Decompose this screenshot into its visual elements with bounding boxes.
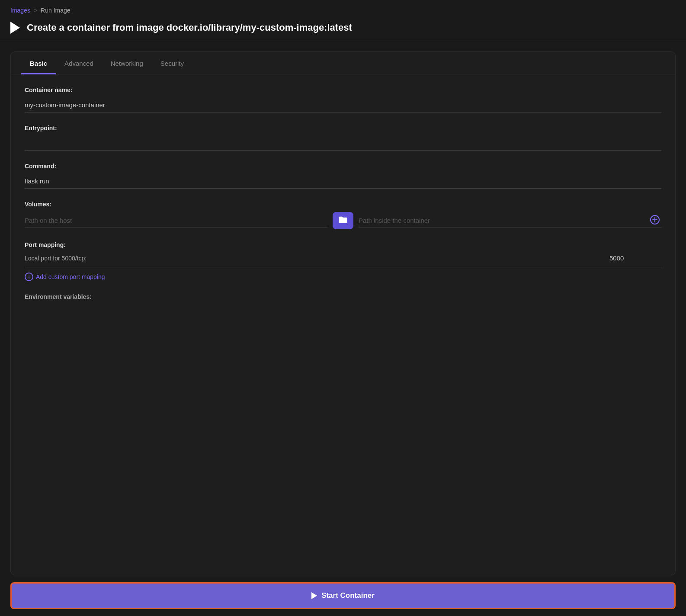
container-name-input[interactable] xyxy=(25,98,661,112)
add-volume-button[interactable] xyxy=(648,215,661,226)
entrypoint-label: Entrypoint: xyxy=(25,125,661,132)
container-name-label: Container name: xyxy=(25,87,661,93)
command-group: Command: xyxy=(25,163,661,189)
start-button-label: Start Container xyxy=(321,591,375,600)
form-area: Container name: Entrypoint: Command: Vol… xyxy=(11,74,675,575)
volume-container-wrap xyxy=(359,213,661,228)
add-port-circle-icon: + xyxy=(25,273,33,281)
entrypoint-group: Entrypoint: xyxy=(25,125,661,151)
main-content: Basic Advanced Networking Security Conta… xyxy=(0,41,686,575)
add-port-link[interactable]: + Add custom port mapping xyxy=(25,273,661,281)
port-local-input[interactable] xyxy=(609,253,661,263)
command-input[interactable] xyxy=(25,174,661,189)
volumes-row xyxy=(25,212,661,229)
breadcrumb-images-link[interactable]: Images xyxy=(10,7,30,14)
volumes-label: Volumes: xyxy=(25,201,661,208)
start-container-button[interactable]: Start Container xyxy=(10,582,676,609)
breadcrumb-separator: > xyxy=(34,7,37,14)
tab-security[interactable]: Security xyxy=(152,52,192,74)
port-row: Local port for 5000/tcp: xyxy=(25,253,661,267)
env-vars-label-partial: Environment variables: xyxy=(25,293,661,300)
breadcrumb-current: Run Image xyxy=(41,7,70,14)
volume-host-input[interactable] xyxy=(25,213,327,228)
command-label: Command: xyxy=(25,163,661,170)
container-name-group: Container name: xyxy=(25,87,661,112)
tab-networking[interactable]: Networking xyxy=(102,52,152,74)
page-header: Create a container from image docker.io/… xyxy=(0,18,686,41)
volumes-group: Volumes: xyxy=(25,201,661,229)
port-local-label: Local port for 5000/tcp: xyxy=(25,255,603,262)
add-port-label: Add custom port mapping xyxy=(36,273,105,280)
entrypoint-input[interactable] xyxy=(25,136,661,151)
header-play-icon xyxy=(10,22,20,34)
breadcrumb: Images > Run Image xyxy=(0,0,686,18)
tab-advanced[interactable]: Advanced xyxy=(56,52,102,74)
port-mapping-label: Port mapping: xyxy=(25,241,661,248)
page-title: Create a container from image docker.io/… xyxy=(27,22,352,33)
folder-browse-button[interactable] xyxy=(333,212,353,229)
form-card: Basic Advanced Networking Security Conta… xyxy=(10,51,676,575)
volume-container-input[interactable] xyxy=(359,213,645,228)
folder-icon xyxy=(338,216,348,226)
bottom-bar: Start Container xyxy=(0,575,686,616)
tab-basic[interactable]: Basic xyxy=(21,52,56,74)
port-mapping-group: Port mapping: Local port for 5000/tcp: +… xyxy=(25,241,661,281)
tab-bar: Basic Advanced Networking Security xyxy=(11,52,675,74)
start-play-icon xyxy=(311,592,317,599)
